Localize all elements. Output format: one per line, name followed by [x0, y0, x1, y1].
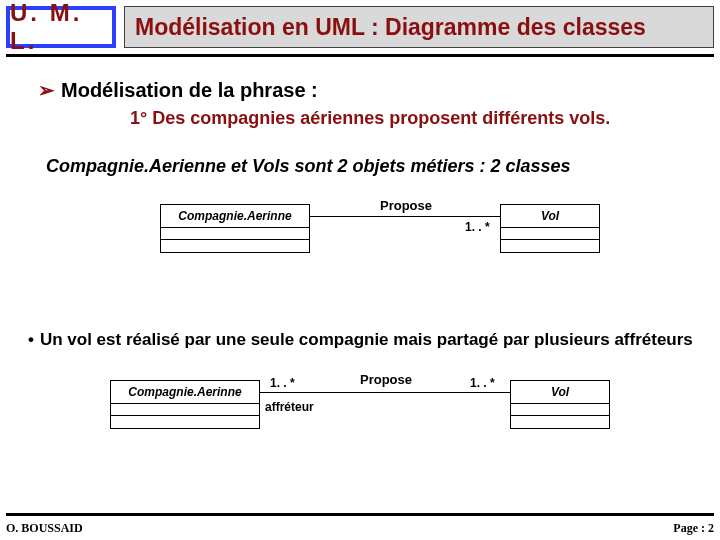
- header-badge: U. M. L.: [6, 6, 116, 48]
- obj-a: Compagnie.Aerienne: [46, 156, 226, 176]
- class-op: [161, 240, 309, 252]
- diagram-2: Compagnie.Aerinne 1. . * Propose 1. . * …: [110, 380, 610, 460]
- header: U. M. L. Modélisation en UML : Diagramme…: [6, 6, 714, 48]
- slide-title: Modélisation en UML : Diagramme des clas…: [124, 6, 714, 48]
- association-line: [310, 216, 500, 217]
- association-line: [260, 392, 510, 393]
- class-compagnie: Compagnie.Aerinne: [110, 380, 260, 429]
- arrow-icon: ➢: [38, 79, 55, 101]
- footer-author: O. BOUSSAID: [6, 521, 83, 536]
- bullet-2: •Un vol est réalisé par une seule compag…: [28, 330, 693, 350]
- multiplicity-right: 1. . *: [465, 220, 490, 234]
- class-name: Compagnie.Aerinne: [111, 381, 259, 404]
- class-op: [511, 416, 609, 428]
- multiplicity-left: 1. . *: [270, 376, 295, 390]
- class-attr: [161, 228, 309, 240]
- bullet-1: ➢Modélisation de la phrase :: [38, 78, 318, 102]
- class-compagnie: Compagnie.Aerinne: [160, 204, 310, 253]
- objects-line: Compagnie.Aerienne et Vols sont 2 objets…: [46, 156, 571, 177]
- association-label: Propose: [380, 198, 432, 213]
- bullet-dot-icon: •: [28, 330, 34, 349]
- bullet-2-text: Un vol est réalisé par une seule compagn…: [40, 330, 693, 349]
- class-op: [501, 240, 599, 252]
- role-label: affréteur: [265, 400, 314, 414]
- class-attr: [111, 404, 259, 416]
- header-rule: [6, 54, 714, 57]
- diagram-1: Compagnie.Aerinne Propose 1. . * Vol: [160, 204, 600, 274]
- class-attr: [511, 404, 609, 416]
- obj-tail: sont 2 objets métiers : 2 classes: [289, 156, 570, 176]
- class-vol: Vol: [500, 204, 600, 253]
- obj-mid: et: [226, 156, 252, 176]
- class-vol: Vol: [510, 380, 610, 429]
- association-label: Propose: [360, 372, 412, 387]
- class-name: Vol: [511, 381, 609, 404]
- bullet-1-text: Modélisation de la phrase :: [61, 79, 318, 101]
- class-name: Compagnie.Aerinne: [161, 205, 309, 228]
- footer-page: Page : 2: [673, 521, 714, 536]
- slide: U. M. L. Modélisation en UML : Diagramme…: [0, 0, 720, 540]
- footer-rule: [6, 513, 714, 516]
- class-attr: [501, 228, 599, 240]
- page-number: 2: [708, 521, 714, 535]
- class-name: Vol: [501, 205, 599, 228]
- sub-bullet-1: 1° Des compagnies aériennes proposent di…: [130, 108, 610, 129]
- multiplicity-right: 1. . *: [470, 376, 495, 390]
- class-op: [111, 416, 259, 428]
- page-label: Page :: [673, 521, 708, 535]
- obj-b: Vols: [252, 156, 289, 176]
